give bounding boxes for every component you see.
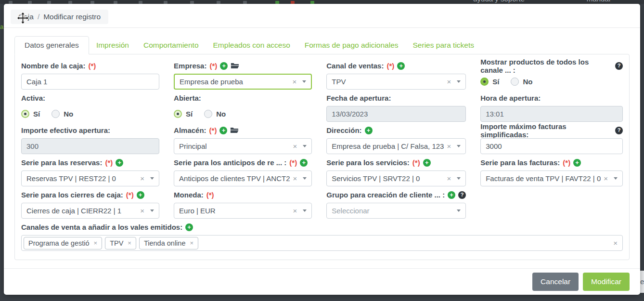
grupo-cliente-select[interactable]: Seleccionar [326, 203, 466, 219]
clear-icon[interactable]: × [140, 207, 144, 214]
add-serie-facturas-icon[interactable]: + [573, 159, 581, 167]
add-serie-anticipos-icon[interactable]: + [300, 159, 308, 167]
dropdown-caret-icon[interactable] [150, 209, 154, 212]
field-label: Serie para los servicios: (*) + [326, 158, 466, 167]
add-serie-servicios-icon[interactable]: + [423, 159, 431, 167]
clear-icon[interactable]: × [447, 175, 451, 182]
help-icon[interactable]: ? [615, 62, 623, 70]
tab-series-para-tickets[interactable]: Series para tickets [406, 37, 482, 54]
dropdown-caret-icon[interactable] [457, 209, 461, 212]
clear-icon[interactable]: × [293, 175, 297, 182]
tab-formas-de-pago-adicionales[interactable]: Formas de pago adicionales [297, 37, 406, 54]
clear-icon[interactable]: × [140, 175, 144, 182]
add-canal-icon[interactable]: + [397, 62, 405, 70]
clear-icon[interactable]: × [447, 143, 451, 150]
field-label: Importe efectivo apertura: [21, 126, 159, 135]
serie-reservas-select[interactable]: Reservas TPV | REST22 | 0 × [21, 170, 159, 186]
field-label: Importe máximo facturas simplificadas: ? [480, 126, 623, 135]
dropdown-caret-icon[interactable] [302, 80, 306, 83]
serie-cierres-select-value: Cierres de caja | CIERR22 | 1 [26, 207, 137, 215]
nombre-caja-input[interactable] [21, 74, 159, 90]
abierta-si-radio[interactable]: Sí [174, 110, 193, 118]
add-serie-cierres-icon[interactable]: + [137, 191, 144, 199]
tab-datos-generales[interactable]: Datos generales [14, 36, 89, 54]
add-empresa-icon[interactable]: + [220, 62, 228, 70]
serie-cierres-select[interactable]: Cierres de caja | CIERR22 | 1 × [21, 203, 159, 219]
add-grupo-cliente-icon[interactable]: + [448, 191, 455, 199]
label-text: Serie para los anticipos de re ... : [174, 158, 286, 167]
clear-icon[interactable]: × [293, 207, 297, 214]
dropdown-caret-icon[interactable] [457, 177, 461, 180]
almacen-select[interactable]: Principal × [174, 138, 312, 154]
tab-empleados-con-acceso[interactable]: Empleados con acceso [206, 37, 297, 54]
serie-servicios-select[interactable]: Servicios TPV | SRVT22 | 0 × [326, 170, 466, 186]
mostrar-productos-si-radio[interactable]: Sí [480, 78, 499, 86]
help-icon[interactable]: ? [615, 127, 623, 134]
field-canal-ventas: Canal de ventas: (*) + TPV × [326, 61, 466, 90]
empresa-select[interactable]: Empresa de prueba × [174, 74, 312, 90]
radio-selected-icon[interactable] [174, 110, 182, 118]
radio-selected-icon[interactable] [480, 78, 489, 86]
abierta-radio-group: Sí No [174, 106, 312, 122]
radio-selected-icon[interactable] [21, 110, 29, 118]
dropdown-caret-icon[interactable] [150, 177, 154, 180]
add-canal-vale-icon[interactable]: + [185, 223, 193, 231]
clear-icon[interactable]: × [604, 175, 608, 182]
cancel-button[interactable]: Cancelar [532, 273, 579, 291]
canal-ventas-select[interactable]: TPV × [326, 74, 466, 90]
dropdown-caret-icon[interactable] [614, 177, 618, 180]
importe-maximo-input[interactable] [480, 138, 623, 154]
dropdown-caret-icon[interactable] [457, 145, 461, 147]
clear-icon[interactable]: × [447, 78, 451, 85]
dropdown-caret-icon[interactable] [457, 80, 461, 83]
dropdown-caret-icon[interactable] [303, 209, 307, 212]
tag-tpv: TPV × [105, 237, 136, 249]
activa-si-radio[interactable]: Sí [21, 110, 40, 118]
tag-remove-icon[interactable]: × [190, 240, 193, 246]
add-direccion-icon[interactable]: + [365, 127, 373, 134]
serie-facturas-select[interactable]: Facturas de venta TPV | FAVT22 | 0 × [480, 170, 623, 186]
browse-empresa-folder-icon[interactable] [231, 62, 239, 69]
activa-no-radio[interactable]: No [52, 110, 73, 118]
add-serie-reservas-icon[interactable]: + [116, 159, 123, 167]
help-icon[interactable]: ? [458, 191, 466, 199]
mostrar-productos-no-radio[interactable]: No [511, 78, 532, 86]
field-label: Activa: [21, 93, 159, 103]
label-text: Serie para las facturas: [480, 158, 560, 167]
tag-remove-icon[interactable]: × [94, 240, 98, 246]
serie-anticipos-select[interactable]: Anticipos de clientes TPV | ANCT2 × [174, 170, 312, 186]
radio-label: No [64, 110, 73, 118]
label-text: Dirección: [326, 126, 361, 134]
tag-remove-icon[interactable]: × [128, 240, 131, 246]
abierta-no-radio[interactable]: No [204, 110, 226, 118]
field-label: Dirección: + [326, 126, 466, 135]
browse-almacen-folder-icon[interactable] [230, 127, 239, 134]
radio-label: No [216, 110, 226, 118]
required-marker: (*) [126, 191, 134, 199]
tab-comportamiento[interactable]: Comportamiento [136, 37, 206, 54]
mostrar-productos-radio-group: Sí No [480, 74, 623, 90]
add-almacen-icon[interactable]: + [219, 127, 227, 134]
canal-select-value: TPV [332, 78, 444, 86]
radio-unselected-icon[interactable] [204, 110, 212, 118]
clear-all-icon[interactable]: × [613, 239, 618, 247]
field-empresa: Empresa: (*) + Empresa de prueba × [174, 61, 312, 90]
field-label: Abierta: [174, 93, 312, 103]
required-marker: (*) [289, 158, 297, 167]
radio-unselected-icon[interactable] [52, 110, 60, 118]
clear-icon[interactable]: × [292, 78, 296, 85]
field-label: Moneda: (*) [174, 190, 312, 199]
radio-unselected-icon[interactable] [511, 78, 519, 86]
dropdown-caret-icon[interactable] [303, 145, 307, 147]
hora-apertura-input [480, 106, 623, 122]
moneda-select[interactable]: Euro | EUR × [174, 203, 312, 219]
label-text: Serie para los cierres de caja: [21, 191, 123, 199]
canales-vales-multiselect[interactable]: Programa de gestió × TPV × Tienda online… [21, 235, 623, 251]
field-activa: Activa: Sí No [21, 93, 159, 122]
modificar-button[interactable]: Modificar [583, 273, 630, 291]
dropdown-caret-icon[interactable] [303, 177, 307, 180]
direccion-select[interactable]: Empresa de prueba | C/ Falsa, 123 × [326, 138, 466, 154]
field-label: Fecha de apertura: [326, 93, 466, 103]
tab-impresion[interactable]: Impresión [89, 37, 136, 54]
clear-icon[interactable]: × [293, 143, 297, 150]
